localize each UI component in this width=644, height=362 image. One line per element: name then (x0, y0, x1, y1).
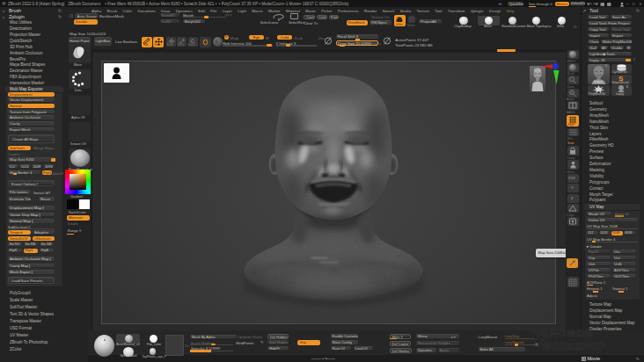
svg-text:GNOMON: GNOMON (541, 328, 594, 338)
svg-text:WORKSHOP: WORKSHOP (541, 341, 606, 351)
svg-text:THE: THE (531, 329, 541, 335)
